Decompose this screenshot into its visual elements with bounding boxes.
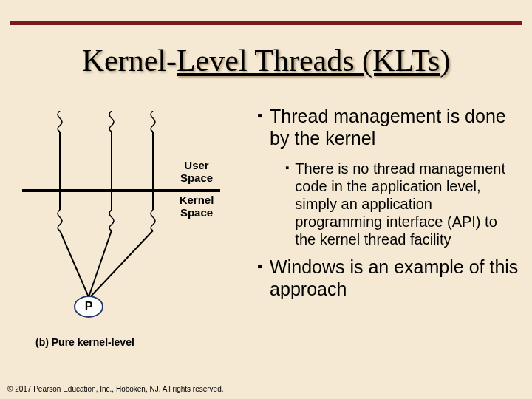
space-divider — [22, 189, 220, 192]
bullet-list: ▪ Thread management is done by the kerne… — [260, 105, 519, 310]
kernel-thread-icon — [148, 210, 158, 231]
thread-line — [59, 192, 61, 210]
thread-diagram: User Space Kernel Space P (b) Pure kerne… — [22, 111, 244, 362]
thread-line — [59, 132, 61, 189]
copyright-footer: © 2017 Pearson Education, Inc., Hoboken,… — [7, 385, 224, 393]
kernel-space-label: Kernel Space — [174, 194, 219, 219]
slide-title: Kernel-Level Threads (KLTs) — [0, 43, 532, 78]
thread-line — [152, 132, 154, 189]
thread-line — [111, 192, 112, 210]
user-thread-icon — [106, 111, 117, 132]
bullet-level-1: ▪ Thread management is done by the kerne… — [260, 105, 519, 149]
kernel-space-text-2: Space — [174, 206, 219, 219]
bullet-square-icon: ▪ — [257, 105, 262, 149]
user-space-text-1: User — [174, 159, 219, 171]
bullet-text: Thread management is done by the kernel — [270, 105, 519, 149]
converge-lines — [22, 229, 170, 303]
title-part-a: Kernel- — [82, 44, 177, 78]
kernel-space-text-1: Kernel — [174, 194, 219, 206]
bullet-text: Windows is an example of this approach — [270, 256, 519, 300]
diagram-caption: (b) Pure kernel-level — [35, 336, 134, 348]
thread-line — [111, 132, 112, 189]
bullet-square-icon: ▪ — [257, 256, 262, 300]
svg-line-0 — [60, 231, 89, 297]
user-space-text-2: Space — [174, 171, 219, 184]
process-label: P — [85, 300, 93, 313]
title-part-c: ) — [440, 44, 450, 78]
bullet-text: There is no thread management code in th… — [295, 160, 519, 248]
bullet-level-1: ▪ Windows is an example of this approach — [260, 256, 519, 300]
user-space-label: User Space — [174, 159, 219, 184]
top-rule — [10, 21, 522, 25]
process-node: P — [74, 296, 103, 318]
user-thread-icon — [55, 111, 65, 132]
thread-line — [152, 192, 154, 210]
bullet-level-2: ▪ There is no thread management code in … — [285, 160, 519, 248]
bullet-square-icon: ▪ — [285, 160, 289, 248]
kernel-thread-icon — [106, 210, 117, 231]
user-thread-icon — [148, 111, 158, 132]
title-underline: Level Threads (KLTs — [177, 44, 440, 78]
kernel-thread-icon — [55, 210, 65, 231]
